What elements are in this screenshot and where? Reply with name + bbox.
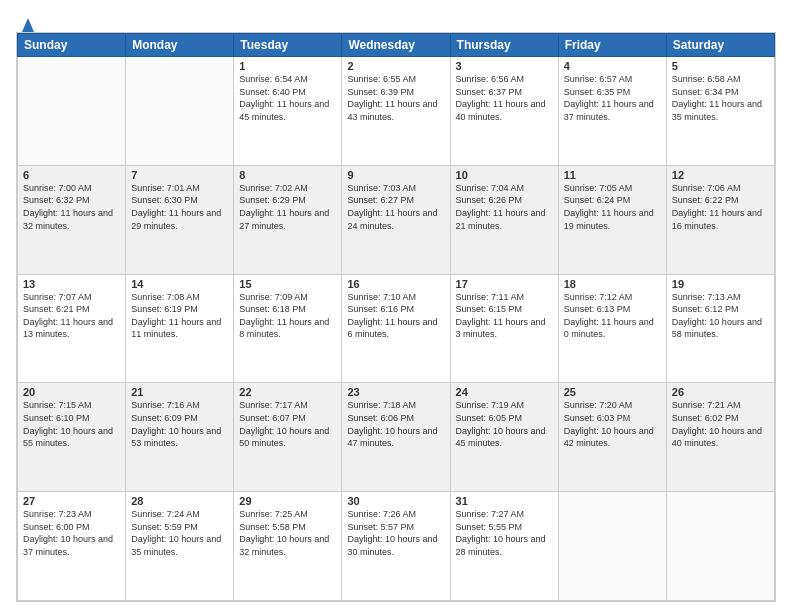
day-number: 31 (456, 495, 553, 507)
cal-cell: 16Sunrise: 7:10 AMSunset: 6:16 PMDayligh… (342, 274, 450, 383)
page: Sunday Monday Tuesday Wednesday Thursday… (0, 0, 792, 612)
day-info: Sunrise: 7:21 AMSunset: 6:02 PMDaylight:… (672, 399, 769, 449)
cal-cell: 5Sunrise: 6:58 AMSunset: 6:34 PMDaylight… (666, 57, 774, 166)
day-info: Sunrise: 7:01 AMSunset: 6:30 PMDaylight:… (131, 182, 228, 232)
day-info: Sunrise: 7:16 AMSunset: 6:09 PMDaylight:… (131, 399, 228, 449)
week-row-5: 27Sunrise: 7:23 AMSunset: 6:00 PMDayligh… (18, 492, 775, 601)
calendar: Sunday Monday Tuesday Wednesday Thursday… (16, 32, 776, 602)
svg-marker-0 (22, 18, 34, 32)
day-info: Sunrise: 7:02 AMSunset: 6:29 PMDaylight:… (239, 182, 336, 232)
day-info: Sunrise: 7:06 AMSunset: 6:22 PMDaylight:… (672, 182, 769, 232)
day-number: 13 (23, 278, 120, 290)
day-info: Sunrise: 7:24 AMSunset: 5:59 PMDaylight:… (131, 508, 228, 558)
day-number: 11 (564, 169, 661, 181)
day-info: Sunrise: 6:58 AMSunset: 6:34 PMDaylight:… (672, 73, 769, 123)
day-number: 20 (23, 386, 120, 398)
day-number: 23 (347, 386, 444, 398)
cal-cell (126, 57, 234, 166)
day-info: Sunrise: 7:04 AMSunset: 6:26 PMDaylight:… (456, 182, 553, 232)
cal-cell: 25Sunrise: 7:20 AMSunset: 6:03 PMDayligh… (558, 383, 666, 492)
calendar-table: Sunday Monday Tuesday Wednesday Thursday… (17, 33, 775, 601)
day-info: Sunrise: 7:20 AMSunset: 6:03 PMDaylight:… (564, 399, 661, 449)
day-number: 19 (672, 278, 769, 290)
cal-cell (666, 492, 774, 601)
day-info: Sunrise: 7:08 AMSunset: 6:19 PMDaylight:… (131, 291, 228, 341)
cal-cell: 10Sunrise: 7:04 AMSunset: 6:26 PMDayligh… (450, 165, 558, 274)
day-info: Sunrise: 7:17 AMSunset: 6:07 PMDaylight:… (239, 399, 336, 449)
day-info: Sunrise: 7:11 AMSunset: 6:15 PMDaylight:… (456, 291, 553, 341)
day-number: 29 (239, 495, 336, 507)
day-number: 5 (672, 60, 769, 72)
day-info: Sunrise: 7:13 AMSunset: 6:12 PMDaylight:… (672, 291, 769, 341)
day-number: 12 (672, 169, 769, 181)
cal-cell: 14Sunrise: 7:08 AMSunset: 6:19 PMDayligh… (126, 274, 234, 383)
cal-cell: 18Sunrise: 7:12 AMSunset: 6:13 PMDayligh… (558, 274, 666, 383)
day-info: Sunrise: 7:09 AMSunset: 6:18 PMDaylight:… (239, 291, 336, 341)
day-info: Sunrise: 7:10 AMSunset: 6:16 PMDaylight:… (347, 291, 444, 341)
cal-cell: 11Sunrise: 7:05 AMSunset: 6:24 PMDayligh… (558, 165, 666, 274)
col-monday: Monday (126, 34, 234, 57)
cal-cell: 23Sunrise: 7:18 AMSunset: 6:06 PMDayligh… (342, 383, 450, 492)
day-info: Sunrise: 7:18 AMSunset: 6:06 PMDaylight:… (347, 399, 444, 449)
cal-cell: 4Sunrise: 6:57 AMSunset: 6:35 PMDaylight… (558, 57, 666, 166)
col-tuesday: Tuesday (234, 34, 342, 57)
day-number: 28 (131, 495, 228, 507)
day-number: 15 (239, 278, 336, 290)
cal-cell: 8Sunrise: 7:02 AMSunset: 6:29 PMDaylight… (234, 165, 342, 274)
cal-cell: 7Sunrise: 7:01 AMSunset: 6:30 PMDaylight… (126, 165, 234, 274)
day-number: 8 (239, 169, 336, 181)
day-number: 3 (456, 60, 553, 72)
cal-cell: 15Sunrise: 7:09 AMSunset: 6:18 PMDayligh… (234, 274, 342, 383)
header (16, 12, 776, 28)
cal-cell: 31Sunrise: 7:27 AMSunset: 5:55 PMDayligh… (450, 492, 558, 601)
day-number: 21 (131, 386, 228, 398)
day-info: Sunrise: 7:26 AMSunset: 5:57 PMDaylight:… (347, 508, 444, 558)
day-number: 9 (347, 169, 444, 181)
cal-cell: 21Sunrise: 7:16 AMSunset: 6:09 PMDayligh… (126, 383, 234, 492)
col-sunday: Sunday (18, 34, 126, 57)
cal-cell: 20Sunrise: 7:15 AMSunset: 6:10 PMDayligh… (18, 383, 126, 492)
cal-cell: 3Sunrise: 6:56 AMSunset: 6:37 PMDaylight… (450, 57, 558, 166)
day-info: Sunrise: 6:54 AMSunset: 6:40 PMDaylight:… (239, 73, 336, 123)
week-row-2: 6Sunrise: 7:00 AMSunset: 6:32 PMDaylight… (18, 165, 775, 274)
day-number: 16 (347, 278, 444, 290)
cal-cell: 28Sunrise: 7:24 AMSunset: 5:59 PMDayligh… (126, 492, 234, 601)
day-number: 7 (131, 169, 228, 181)
cal-cell (558, 492, 666, 601)
day-number: 6 (23, 169, 120, 181)
day-number: 4 (564, 60, 661, 72)
header-row: Sunday Monday Tuesday Wednesday Thursday… (18, 34, 775, 57)
col-friday: Friday (558, 34, 666, 57)
cal-cell: 2Sunrise: 6:55 AMSunset: 6:39 PMDaylight… (342, 57, 450, 166)
day-number: 14 (131, 278, 228, 290)
day-number: 22 (239, 386, 336, 398)
cal-cell: 22Sunrise: 7:17 AMSunset: 6:07 PMDayligh… (234, 383, 342, 492)
cal-cell: 1Sunrise: 6:54 AMSunset: 6:40 PMDaylight… (234, 57, 342, 166)
col-thursday: Thursday (450, 34, 558, 57)
cal-cell: 29Sunrise: 7:25 AMSunset: 5:58 PMDayligh… (234, 492, 342, 601)
col-saturday: Saturday (666, 34, 774, 57)
day-number: 18 (564, 278, 661, 290)
week-row-4: 20Sunrise: 7:15 AMSunset: 6:10 PMDayligh… (18, 383, 775, 492)
col-wednesday: Wednesday (342, 34, 450, 57)
day-number: 30 (347, 495, 444, 507)
day-info: Sunrise: 7:25 AMSunset: 5:58 PMDaylight:… (239, 508, 336, 558)
day-info: Sunrise: 7:27 AMSunset: 5:55 PMDaylight:… (456, 508, 553, 558)
day-number: 17 (456, 278, 553, 290)
cal-cell: 6Sunrise: 7:00 AMSunset: 6:32 PMDaylight… (18, 165, 126, 274)
cal-cell: 30Sunrise: 7:26 AMSunset: 5:57 PMDayligh… (342, 492, 450, 601)
day-number: 27 (23, 495, 120, 507)
day-info: Sunrise: 7:12 AMSunset: 6:13 PMDaylight:… (564, 291, 661, 341)
day-info: Sunrise: 6:55 AMSunset: 6:39 PMDaylight:… (347, 73, 444, 123)
day-number: 24 (456, 386, 553, 398)
day-info: Sunrise: 6:57 AMSunset: 6:35 PMDaylight:… (564, 73, 661, 123)
day-info: Sunrise: 6:56 AMSunset: 6:37 PMDaylight:… (456, 73, 553, 123)
cal-cell: 19Sunrise: 7:13 AMSunset: 6:12 PMDayligh… (666, 274, 774, 383)
cal-cell (18, 57, 126, 166)
day-number: 1 (239, 60, 336, 72)
day-info: Sunrise: 7:07 AMSunset: 6:21 PMDaylight:… (23, 291, 120, 341)
logo (16, 12, 39, 28)
week-row-3: 13Sunrise: 7:07 AMSunset: 6:21 PMDayligh… (18, 274, 775, 383)
week-row-1: 1Sunrise: 6:54 AMSunset: 6:40 PMDaylight… (18, 57, 775, 166)
day-info: Sunrise: 7:05 AMSunset: 6:24 PMDaylight:… (564, 182, 661, 232)
